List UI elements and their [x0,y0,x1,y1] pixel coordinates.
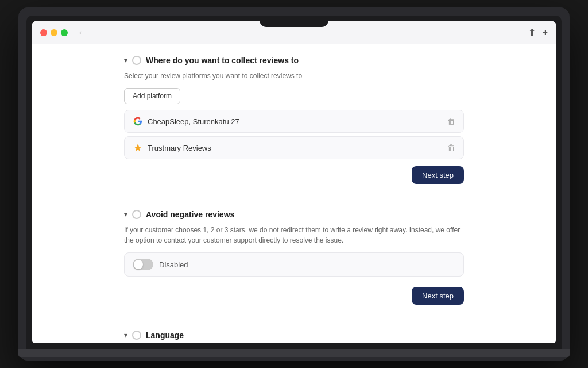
section2-status-icon [132,210,141,219]
add-platform-button[interactable]: Add platform [124,88,180,104]
section2-header: ▾ Avoid negative reviews [124,210,464,219]
platform1-name: CheapSleep, Sturenkatu 27 [148,117,239,126]
laptop-foot [44,357,544,361]
section-collect-reviews: ▾ Where do you want to collect reviews t… [124,56,464,184]
section2-title: Avoid negative reviews [146,210,234,219]
section1-chevron-icon: ▾ [124,56,127,64]
laptop-frame: ‹ ⬆ + ▾ Where do you want to collect rev… [18,7,570,361]
toggle-label: Disabled [159,260,188,269]
platform2-name: Trustmary Reviews [148,144,211,152]
platform-item-trustmary: Trustmary Reviews 🗑 [124,136,464,159]
content-area: ▾ Where do you want to collect reviews t… [32,44,556,343]
section1-header: ▾ Where do you want to collect reviews t… [124,56,464,65]
laptop-base [18,349,570,357]
section2-next-step-button[interactable]: Next step [412,287,464,305]
share-icon[interactable]: ⬆ [528,27,536,38]
titlebar-actions: ⬆ + [528,27,548,38]
toggle-container: Disabled [124,252,464,277]
clearfix1: Next step [124,163,464,184]
maximize-button[interactable] [61,29,68,36]
section1-next-step-button[interactable]: Next step [412,166,464,184]
divider1 [124,198,464,198]
clearfix2: Next step [124,283,464,305]
back-arrow[interactable]: ‹ [75,27,86,39]
section1-title: Where do you want to collect reviews to [146,56,299,65]
google-logo-icon [133,116,143,126]
section1-status-icon [132,56,141,65]
section1-description: Select your review platforms you want to… [124,71,464,81]
traffic-lights [40,29,68,36]
close-button[interactable] [40,29,47,36]
section-language: ▾ Language Choose the default language f… [124,331,464,343]
platform2-delete-icon[interactable]: 🗑 [447,143,455,152]
platform-item-google: CheapSleep, Sturenkatu 27 🗑 [124,110,464,133]
divider2 [124,319,464,319]
minimize-button[interactable] [51,29,57,36]
section3-title: Language [146,331,184,340]
toggle-knob [134,260,143,269]
trustmary-logo-icon [133,143,143,153]
svg-marker-0 [134,144,141,151]
section2-chevron-icon: ▾ [124,210,127,218]
titlebar-nav: ‹ [75,27,86,39]
new-tab-icon[interactable]: + [543,28,548,38]
avoid-negative-toggle[interactable] [133,259,153,270]
platform-item-left: CheapSleep, Sturenkatu 27 [133,116,239,126]
section3-status-icon [132,331,141,340]
screen: ‹ ⬆ + ▾ Where do you want to collect rev… [32,21,556,343]
platform1-delete-icon[interactable]: 🗑 [447,117,455,126]
section3-header: ▾ Language [124,331,464,340]
screen-bezel: ‹ ⬆ + ▾ Where do you want to collect rev… [26,16,562,349]
section2-description: If your customer chooses 1, 2 or 3 stars… [124,225,464,246]
platform2-item-left: Trustmary Reviews [133,143,211,153]
notch [260,16,328,27]
section3-chevron-icon: ▾ [124,331,127,339]
section-avoid-negative: ▾ Avoid negative reviews If your custome… [124,210,464,305]
